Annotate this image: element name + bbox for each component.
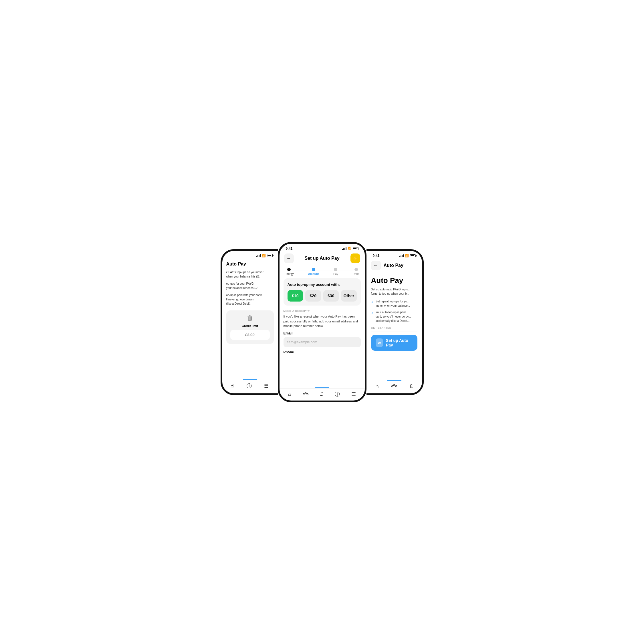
- battery-icon-center: [353, 247, 358, 250]
- nav-title-center: Set up Auto Pay: [294, 256, 350, 261]
- check-item-2: ✓ Your auto top-up is paidcard, so you'l…: [371, 310, 417, 323]
- svg-point-0: [303, 393, 304, 395]
- amount-card-title: Auto top-up my account with:: [288, 282, 357, 287]
- infinity-icon: ∞: [376, 338, 383, 347]
- phone-right: 9:41 📶 ← Auto Pay Auto Pay Set up automa…: [366, 249, 424, 395]
- status-icons-right: 📶: [399, 254, 416, 257]
- lightning-button[interactable]: ⚡: [350, 253, 360, 263]
- signal-icon-center: [342, 247, 346, 250]
- svg-point-7: [395, 386, 397, 387]
- check-text-1: Set repeat top-ups for yo...meter when y…: [376, 299, 410, 308]
- nav-item-money-left[interactable]: £: [231, 383, 234, 389]
- step-label-amount: Amount: [308, 272, 319, 276]
- svg-line-3: [304, 393, 305, 394]
- check-list: ✓ Set repeat top-ups for yo...meter when…: [371, 299, 417, 323]
- progress-stepper: Energy Amount Pay Done: [280, 266, 365, 276]
- status-bar-left: 📶: [222, 251, 278, 259]
- amount-options: £10 £20 £30 Other: [288, 290, 357, 302]
- status-bar-center: 9:41 📶: [280, 244, 365, 252]
- svg-point-1: [305, 392, 306, 394]
- email-input[interactable]: sam@example.com: [284, 337, 361, 347]
- back-button-right[interactable]: ←: [371, 261, 381, 270]
- svg-point-6: [393, 385, 395, 386]
- wifi-icon-center: 📶: [348, 247, 352, 250]
- status-time-right: 9:41: [373, 254, 380, 258]
- signal-icon-left: [256, 254, 261, 257]
- bottom-nav-right: ⌂ £: [366, 381, 422, 393]
- nav-title-right: Auto Pay: [384, 263, 403, 268]
- step-dot-pay: [334, 268, 337, 271]
- nav-item-help-left[interactable]: ⓘ: [247, 383, 252, 389]
- step-dot-energy: [287, 268, 291, 271]
- body-text-3: op-up is paid with your bank ll never go…: [226, 293, 274, 306]
- check-text-2: Your auto top-up is paidcard, so you'll …: [376, 310, 411, 323]
- credit-limit-section: 🗑 Credit limit £2.00: [226, 310, 274, 344]
- check-item-1: ✓ Set repeat top-ups for yo...meter when…: [371, 299, 417, 308]
- amount-btn-other[interactable]: Other: [341, 290, 357, 302]
- signal-icon-right: [399, 254, 404, 257]
- battery-icon-right: [410, 254, 416, 257]
- svg-point-2: [307, 393, 308, 395]
- step-label-done: Done: [353, 272, 360, 276]
- credit-value: £2.00: [230, 330, 270, 340]
- autopay-title: Auto Pay: [371, 276, 417, 285]
- wifi-icon-left: 📶: [262, 254, 266, 257]
- svg-point-5: [391, 386, 393, 387]
- amount-btn-20[interactable]: £20: [305, 290, 321, 302]
- status-icons-left: 📶: [256, 254, 273, 257]
- step-amount: Amount: [308, 268, 319, 276]
- back-button-center[interactable]: ←: [284, 253, 294, 263]
- step-energy: Energy: [285, 268, 294, 276]
- step-label-pay: Pay: [333, 272, 338, 276]
- nav-home-center[interactable]: ⌂: [288, 391, 291, 397]
- amount-btn-30[interactable]: £30: [323, 290, 339, 302]
- nav-home-right[interactable]: ⌂: [376, 383, 379, 389]
- body-text-1: c PAYG top-ups so you never when your ba…: [226, 270, 274, 279]
- step-done: Done: [353, 268, 360, 276]
- phone-center: 9:41 📶 ← Set up Auto Pay ⚡ Energy: [278, 242, 366, 402]
- check-mark-2: ✓: [371, 310, 374, 316]
- step-label-energy: Energy: [285, 272, 294, 276]
- nav-money-right[interactable]: £: [410, 383, 413, 389]
- svg-line-9: [395, 385, 396, 386]
- amount-btn-10[interactable]: £10: [288, 290, 303, 302]
- autopay-desc: Set up automatic PAYG top-u...forget to …: [371, 287, 417, 296]
- receipt-desc: If you'd like a receipt when your Auto P…: [284, 314, 361, 328]
- right-content: Auto Pay Set up automatic PAYG top-u...f…: [366, 273, 422, 354]
- nav-connections-right[interactable]: [391, 384, 397, 388]
- nav-help-center[interactable]: ⓘ: [335, 391, 340, 398]
- receipt-title: NEED A RECEIPT?: [284, 310, 361, 312]
- nav-money-center[interactable]: £: [320, 391, 323, 397]
- nav-connections-center[interactable]: [303, 392, 308, 396]
- nav-item-menu-left[interactable]: ☰: [264, 383, 269, 389]
- check-mark-1: ✓: [371, 300, 374, 305]
- wifi-icon-right: 📶: [405, 254, 409, 257]
- scene: 📶 Auto Pay c PAYG top-ups so you never w…: [171, 231, 474, 414]
- credit-label: Credit limit: [242, 324, 258, 328]
- main-content-center: Auto top-up my account with: £10 £20 £30…: [280, 276, 365, 308]
- step-dot-amount: [312, 268, 315, 271]
- status-bar-right: 9:41 📶: [366, 251, 422, 259]
- email-label: Email: [284, 331, 361, 335]
- receipt-section: NEED A RECEIPT? If you'd like a receipt …: [280, 308, 365, 356]
- setup-btn-label: Set up Auto Pay: [386, 338, 413, 347]
- bottom-nav-left: £ ⓘ ☰: [222, 380, 278, 393]
- battery-icon-left: [267, 254, 273, 257]
- bottom-nav-center: ⌂ £ ⓘ ☰: [280, 388, 365, 401]
- step-pay: Pay: [333, 268, 338, 276]
- get-started-label: GET STARTED: [371, 326, 417, 329]
- status-icons-center: 📶: [342, 247, 358, 250]
- nav-menu-center[interactable]: ☰: [351, 391, 356, 397]
- nav-header-center: ← Set up Auto Pay ⚡: [280, 252, 365, 266]
- left-content: Auto Pay c PAYG top-ups so you never whe…: [222, 259, 278, 347]
- page-title-left: Auto Pay: [226, 261, 274, 267]
- body-text-2: op-ups for your PAYG your balance reache…: [226, 282, 274, 290]
- setup-autopay-button[interactable]: ∞ Set up Auto Pay: [371, 335, 417, 351]
- phone-left: 📶 Auto Pay c PAYG top-ups so you never w…: [221, 249, 278, 395]
- svg-line-8: [393, 385, 394, 386]
- status-time-center: 9:41: [286, 247, 293, 251]
- trash-icon: 🗑: [247, 314, 253, 322]
- amount-card: Auto top-up my account with: £10 £20 £30…: [284, 278, 361, 306]
- step-dot-done: [354, 268, 358, 271]
- svg-line-4: [306, 393, 307, 394]
